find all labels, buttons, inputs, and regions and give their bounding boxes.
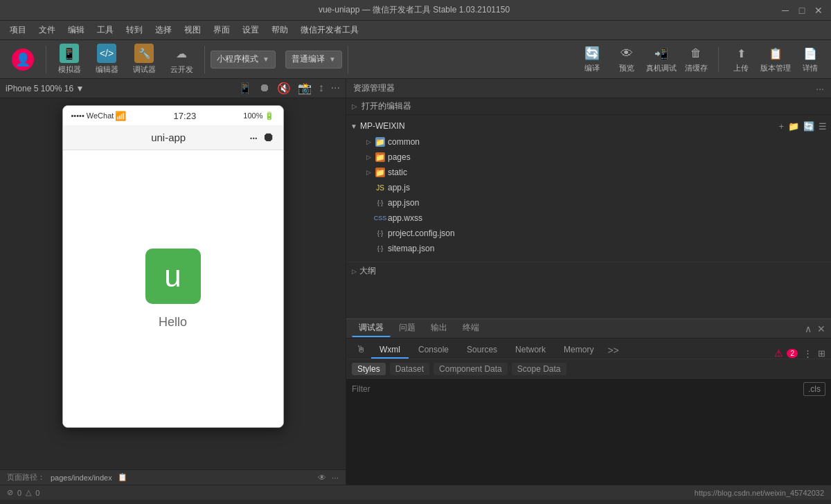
tree-item-pages[interactable]: ▷ 📁 pages	[346, 150, 831, 165]
root-label: MP-WEIXIN	[360, 121, 405, 131]
tree-item-sitemap[interactable]: {·} sitemap.json	[346, 241, 831, 256]
filter-cls-button[interactable]: .cls	[803, 382, 825, 396]
devtools-more-tabs-icon[interactable]: >>	[603, 342, 623, 359]
styles-tab-scope-data[interactable]: Scope Data	[512, 363, 566, 375]
phone-frame-icon[interactable]: 📱	[238, 82, 252, 95]
menu-view[interactable]: 视图	[179, 23, 206, 37]
menu-help[interactable]: 帮助	[266, 23, 294, 37]
styles-tab-component-data[interactable]: Component Data	[434, 363, 508, 375]
preview-label: 预览	[619, 63, 634, 73]
detail-button[interactable]: 📄 详情	[795, 45, 825, 73]
phone-battery: 100% 🔋	[243, 111, 274, 120]
tab-terminal[interactable]: 终端	[456, 320, 486, 337]
menu-wechat-devtools[interactable]: 微信开发者工具	[295, 23, 364, 37]
upload-button[interactable]: ⬆ 上传	[726, 45, 756, 73]
debug-tab-group: 调试器 问题 输出 终端	[352, 320, 486, 337]
tree-item-projectconfig[interactable]: {·} project.config.json	[346, 226, 831, 241]
mode-dropdown[interactable]: 小程序模式 ▼	[211, 51, 276, 69]
devtools-tab-network[interactable]: Network	[507, 342, 554, 359]
common-arrow-icon: ▷	[364, 138, 373, 145]
menu-edit[interactable]: 编辑	[62, 23, 90, 37]
maximize-button[interactable]: □	[796, 5, 807, 16]
clear-cache-button[interactable]: 🗑 清缓存	[681, 45, 711, 73]
menu-settings[interactable]: 设置	[237, 23, 265, 37]
compile-button[interactable]: 🔄 编译	[577, 45, 607, 73]
menu-project[interactable]: 项目	[4, 23, 32, 37]
more-options-icon[interactable]: ···	[331, 82, 340, 95]
phone-frame: ••••• WeChat 📶 17:23 100% 🔋 uni-app ··· …	[62, 105, 284, 428]
devtools-undock-icon[interactable]: ⊞	[818, 348, 825, 359]
tree-item-appjson[interactable]: {·} app.json	[346, 195, 831, 210]
new-folder-icon[interactable]: 📁	[788, 121, 799, 132]
devtools-tab-sources[interactable]: Sources	[458, 342, 506, 359]
pages-label: pages	[388, 152, 411, 162]
avatar-button[interactable]: 👤	[6, 43, 40, 76]
warning-status-count: 0	[35, 489, 39, 497]
path-label: 页面路径：	[7, 472, 45, 483]
record-icon[interactable]: ⏺	[259, 82, 270, 95]
menu-interface[interactable]: 界面	[208, 23, 235, 37]
compile-dropdown[interactable]: 普通编译 ▼	[285, 51, 342, 69]
debug-tabs-bar: 调试器 问题 输出 终端 ∧ ✕	[346, 319, 831, 339]
refresh-tree-icon[interactable]: 🔄	[803, 121, 814, 132]
simulator-button[interactable]: 📱 模拟器	[52, 43, 87, 76]
preview-button[interactable]: 👁 预览	[611, 45, 642, 73]
new-file-icon[interactable]: +	[778, 121, 784, 132]
projectconfig-label: project.config.json	[388, 228, 455, 238]
devtools-tab-wxml[interactable]: Wxml	[371, 342, 409, 359]
menu-tools[interactable]: 工具	[91, 23, 119, 37]
tree-item-static[interactable]: ▷ 📁 static	[346, 165, 831, 180]
more-icon[interactable]: ···	[332, 473, 339, 483]
avatar: 👤	[12, 48, 34, 71]
version-button[interactable]: 📋 版本管理	[760, 45, 791, 73]
phone-time: 17:23	[174, 111, 197, 121]
tab-problems[interactable]: 问题	[392, 320, 422, 337]
filter-input[interactable]	[352, 384, 799, 394]
editor-button[interactable]: </> 编辑器	[89, 43, 124, 76]
appjson-label: app.json	[388, 198, 419, 208]
menu-bar: 项目 文件 编辑 工具 转到 选择 视图 界面 设置 帮助 微信开发者工具	[0, 21, 831, 40]
menu-file[interactable]: 文件	[33, 23, 61, 37]
preview-icon: 👁	[618, 45, 635, 62]
clear-icon: 🗑	[688, 45, 704, 62]
rotate-icon[interactable]: ↕	[319, 82, 324, 95]
sitemap-file-icon: {·}	[375, 244, 385, 253]
screenshot-icon[interactable]: 📸	[298, 82, 312, 95]
close-button[interactable]: ✕	[813, 5, 824, 16]
real-test-button[interactable]: 📲 真机调试	[646, 45, 677, 73]
separator-1	[46, 46, 46, 73]
menu-select[interactable]: 选择	[150, 23, 177, 37]
chevron-down-icon: ▼	[262, 55, 269, 63]
minimize-button[interactable]: ─	[780, 5, 791, 16]
more-dots-icon[interactable]: ···	[249, 129, 257, 145]
root-expand-icon[interactable]: ▼	[350, 123, 357, 130]
outline-header: ▷ 大纲	[352, 265, 825, 277]
tree-item-appwxss[interactable]: CSS app.wxss	[346, 210, 831, 226]
debugger-button[interactable]: 🔧 调试器	[127, 43, 161, 76]
simulator-area: ••••• WeChat 📶 17:23 100% 🔋 uni-app ··· …	[0, 98, 346, 469]
close-panel-icon[interactable]: ✕	[817, 323, 825, 334]
mute-icon[interactable]: 🔇	[277, 82, 291, 95]
styles-tab-dataset[interactable]: Dataset	[390, 363, 429, 375]
eye-icon[interactable]: 👁	[318, 473, 326, 483]
devtools-settings-icon[interactable]: ⋮	[803, 348, 812, 359]
tree-item-common[interactable]: ▷ 📁 common	[346, 134, 831, 150]
expand-panel-icon[interactable]: ∧	[805, 323, 812, 334]
path-copy-icon[interactable]: 📋	[118, 473, 127, 482]
config-file-icon: {·}	[375, 228, 385, 238]
explorer-more-icon[interactable]: ···	[816, 83, 824, 94]
devtools-tab-console[interactable]: Console	[410, 342, 457, 359]
tree-item-appjs[interactable]: JS app.js	[346, 180, 831, 195]
record-circle-icon[interactable]: ⏺	[262, 130, 275, 145]
devtools-tabs: 🖱 Wxml Console Sources Network Memory >>…	[346, 339, 831, 359]
devtools-tab-memory[interactable]: Memory	[555, 342, 602, 359]
tab-output[interactable]: 输出	[424, 320, 454, 337]
tab-debugger[interactable]: 调试器	[352, 320, 391, 337]
separator-2	[204, 46, 205, 73]
styles-tab-styles[interactable]: Styles	[352, 363, 386, 375]
inspect-element-icon[interactable]: 🖱	[352, 343, 370, 354]
menu-goto[interactable]: 转到	[120, 23, 148, 37]
collapse-tree-icon[interactable]: ☰	[819, 121, 827, 132]
upload-icon: ⬆	[733, 45, 749, 62]
cloud-button[interactable]: ☁ 云开发	[164, 43, 199, 76]
